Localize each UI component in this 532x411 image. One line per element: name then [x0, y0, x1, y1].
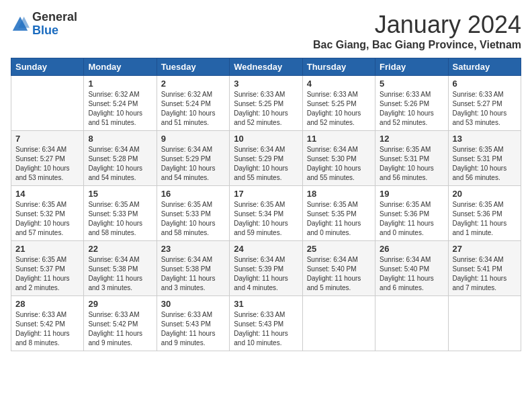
- day-number: 21: [15, 244, 79, 254]
- week-row-4: 28Sunrise: 6:33 AM Sunset: 5:42 PM Dayli…: [11, 296, 521, 351]
- day-number: 1: [88, 79, 152, 89]
- calendar-cell: 11Sunrise: 6:34 AM Sunset: 5:30 PM Dayli…: [302, 131, 375, 186]
- day-number: 26: [380, 244, 443, 254]
- day-info: Sunrise: 6:32 AM Sunset: 5:24 PM Dayligh…: [88, 90, 152, 128]
- day-number: 23: [161, 244, 225, 254]
- calendar-cell: 31Sunrise: 6:33 AM Sunset: 5:43 PM Dayli…: [230, 296, 302, 351]
- calendar-cell: [302, 296, 375, 351]
- day-number: 10: [234, 134, 298, 144]
- day-info: Sunrise: 6:33 AM Sunset: 5:26 PM Dayligh…: [380, 90, 443, 128]
- calendar-cell: 14Sunrise: 6:35 AM Sunset: 5:32 PM Dayli…: [11, 186, 84, 241]
- calendar-cell: 24Sunrise: 6:34 AM Sunset: 5:39 PM Dayli…: [230, 241, 302, 296]
- day-info: Sunrise: 6:35 AM Sunset: 5:33 PM Dayligh…: [88, 200, 152, 238]
- location-title: Bac Giang, Bac Giang Province, Vietnam: [313, 39, 521, 51]
- day-info: Sunrise: 6:35 AM Sunset: 5:36 PM Dayligh…: [380, 200, 443, 238]
- calendar-cell: 19Sunrise: 6:35 AM Sunset: 5:36 PM Dayli…: [375, 186, 448, 241]
- day-info: Sunrise: 6:34 AM Sunset: 5:28 PM Dayligh…: [88, 145, 152, 183]
- calendar-cell: 26Sunrise: 6:34 AM Sunset: 5:40 PM Dayli…: [375, 241, 448, 296]
- calendar-cell: 9Sunrise: 6:34 AM Sunset: 5:29 PM Daylig…: [157, 131, 229, 186]
- calendar-cell: 13Sunrise: 6:35 AM Sunset: 5:31 PM Dayli…: [448, 131, 521, 186]
- calendar-cell: [11, 76, 84, 131]
- day-number: 4: [307, 79, 371, 89]
- calendar-cell: 25Sunrise: 6:34 AM Sunset: 5:40 PM Dayli…: [302, 241, 375, 296]
- day-number: 14: [15, 189, 79, 199]
- day-info: Sunrise: 6:34 AM Sunset: 5:40 PM Dayligh…: [307, 255, 371, 293]
- day-info: Sunrise: 6:34 AM Sunset: 5:40 PM Dayligh…: [380, 255, 443, 293]
- day-info: Sunrise: 6:34 AM Sunset: 5:29 PM Dayligh…: [161, 145, 225, 183]
- day-info: Sunrise: 6:35 AM Sunset: 5:37 PM Dayligh…: [15, 255, 79, 293]
- day-number: 6: [453, 79, 517, 89]
- day-number: 31: [234, 299, 298, 309]
- calendar-cell: 18Sunrise: 6:35 AM Sunset: 5:35 PM Dayli…: [302, 186, 375, 241]
- day-info: Sunrise: 6:35 AM Sunset: 5:31 PM Dayligh…: [453, 145, 517, 183]
- calendar-cell: 3Sunrise: 6:33 AM Sunset: 5:25 PM Daylig…: [230, 76, 302, 131]
- day-info: Sunrise: 6:34 AM Sunset: 5:29 PM Dayligh…: [234, 145, 298, 183]
- logo-text: General Blue: [32, 11, 77, 38]
- day-number: 28: [15, 299, 79, 309]
- day-number: 8: [88, 134, 152, 144]
- calendar-cell: 8Sunrise: 6:34 AM Sunset: 5:28 PM Daylig…: [84, 131, 157, 186]
- day-info: Sunrise: 6:34 AM Sunset: 5:27 PM Dayligh…: [15, 145, 79, 183]
- calendar-cell: 29Sunrise: 6:33 AM Sunset: 5:42 PM Dayli…: [84, 296, 157, 351]
- calendar-cell: 27Sunrise: 6:34 AM Sunset: 5:41 PM Dayli…: [448, 241, 521, 296]
- day-info: Sunrise: 6:34 AM Sunset: 5:41 PM Dayligh…: [453, 255, 517, 293]
- calendar-cell: 30Sunrise: 6:33 AM Sunset: 5:43 PM Dayli…: [157, 296, 229, 351]
- day-number: 29: [88, 299, 152, 309]
- day-number: 2: [161, 79, 225, 89]
- day-info: Sunrise: 6:34 AM Sunset: 5:39 PM Dayligh…: [234, 255, 298, 293]
- calendar-cell: [375, 296, 448, 351]
- day-info: Sunrise: 6:34 AM Sunset: 5:38 PM Dayligh…: [161, 255, 225, 293]
- day-info: Sunrise: 6:33 AM Sunset: 5:43 PM Dayligh…: [234, 310, 298, 348]
- calendar-cell: 12Sunrise: 6:35 AM Sunset: 5:31 PM Dayli…: [375, 131, 448, 186]
- calendar-cell: 21Sunrise: 6:35 AM Sunset: 5:37 PM Dayli…: [11, 241, 84, 296]
- week-row-2: 14Sunrise: 6:35 AM Sunset: 5:32 PM Dayli…: [11, 186, 521, 241]
- logo-general: General: [32, 11, 77, 24]
- day-number: 19: [380, 189, 443, 199]
- week-row-0: 1Sunrise: 6:32 AM Sunset: 5:24 PM Daylig…: [11, 76, 521, 131]
- header-wednesday: Wednesday: [230, 58, 302, 76]
- calendar-cell: 23Sunrise: 6:34 AM Sunset: 5:38 PM Dayli…: [157, 241, 229, 296]
- header-tuesday: Tuesday: [157, 58, 229, 76]
- title-area: January 2024 Bac Giang, Bac Giang Provin…: [313, 11, 521, 51]
- day-number: 11: [307, 134, 371, 144]
- calendar-cell: 28Sunrise: 6:33 AM Sunset: 5:42 PM Dayli…: [11, 296, 84, 351]
- day-number: 5: [380, 79, 443, 89]
- calendar-cell: 17Sunrise: 6:35 AM Sunset: 5:34 PM Dayli…: [230, 186, 302, 241]
- day-info: Sunrise: 6:33 AM Sunset: 5:25 PM Dayligh…: [307, 90, 371, 128]
- calendar-cell: 16Sunrise: 6:35 AM Sunset: 5:33 PM Dayli…: [157, 186, 229, 241]
- day-info: Sunrise: 6:35 AM Sunset: 5:34 PM Dayligh…: [234, 200, 298, 238]
- header-row: SundayMondayTuesdayWednesdayThursdayFrid…: [11, 58, 521, 76]
- day-number: 18: [307, 189, 371, 199]
- calendar-table: SundayMondayTuesdayWednesdayThursdayFrid…: [11, 58, 521, 351]
- day-number: 20: [453, 189, 517, 199]
- day-number: 17: [234, 189, 298, 199]
- day-info: Sunrise: 6:33 AM Sunset: 5:42 PM Dayligh…: [88, 310, 152, 348]
- calendar-cell: 2Sunrise: 6:32 AM Sunset: 5:24 PM Daylig…: [157, 76, 229, 131]
- logo-icon: [11, 15, 30, 34]
- day-number: 30: [161, 299, 225, 309]
- week-row-1: 7Sunrise: 6:34 AM Sunset: 5:27 PM Daylig…: [11, 131, 521, 186]
- day-info: Sunrise: 6:34 AM Sunset: 5:30 PM Dayligh…: [307, 145, 371, 183]
- day-info: Sunrise: 6:35 AM Sunset: 5:35 PM Dayligh…: [307, 200, 371, 238]
- page-header: General Blue January 2024 Bac Giang, Bac…: [11, 11, 521, 51]
- day-info: Sunrise: 6:33 AM Sunset: 5:25 PM Dayligh…: [234, 90, 298, 128]
- calendar-cell: 15Sunrise: 6:35 AM Sunset: 5:33 PM Dayli…: [84, 186, 157, 241]
- header-friday: Friday: [375, 58, 448, 76]
- day-number: 24: [234, 244, 298, 254]
- day-info: Sunrise: 6:33 AM Sunset: 5:43 PM Dayligh…: [161, 310, 225, 348]
- day-number: 9: [161, 134, 225, 144]
- day-info: Sunrise: 6:35 AM Sunset: 5:36 PM Dayligh…: [453, 200, 517, 238]
- day-info: Sunrise: 6:32 AM Sunset: 5:24 PM Dayligh…: [161, 90, 225, 128]
- day-number: 15: [88, 189, 152, 199]
- day-info: Sunrise: 6:33 AM Sunset: 5:42 PM Dayligh…: [15, 310, 79, 348]
- day-info: Sunrise: 6:33 AM Sunset: 5:27 PM Dayligh…: [453, 90, 517, 128]
- month-title: January 2024: [313, 11, 521, 39]
- day-number: 12: [380, 134, 443, 144]
- header-monday: Monday: [84, 58, 157, 76]
- header-saturday: Saturday: [448, 58, 521, 76]
- calendar-cell: 7Sunrise: 6:34 AM Sunset: 5:27 PM Daylig…: [11, 131, 84, 186]
- day-info: Sunrise: 6:34 AM Sunset: 5:38 PM Dayligh…: [88, 255, 152, 293]
- day-info: Sunrise: 6:35 AM Sunset: 5:33 PM Dayligh…: [161, 200, 225, 238]
- day-number: 13: [453, 134, 517, 144]
- header-sunday: Sunday: [11, 58, 84, 76]
